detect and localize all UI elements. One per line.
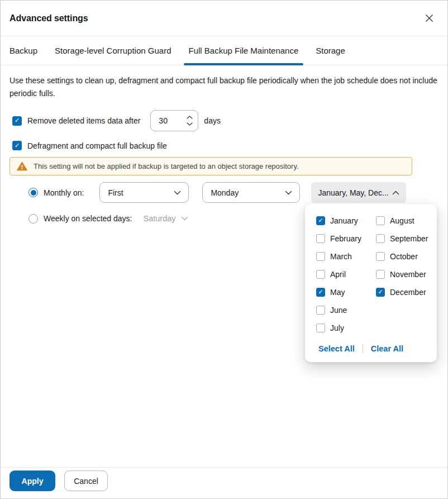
months-grid: January February March April May	[305, 212, 437, 337]
month-checkbox-february[interactable]	[316, 234, 325, 243]
remove-deleted-items-label[interactable]: Remove deleted items data after	[27, 116, 140, 125]
weekly-day-value: Saturday	[144, 214, 176, 223]
month-checkbox-september[interactable]	[376, 234, 385, 243]
days-input[interactable]	[153, 116, 178, 125]
months-summary-value: January, May, Dec...	[318, 188, 388, 197]
cancel-button[interactable]: Cancel	[64, 471, 108, 491]
month-checkbox-march[interactable]	[316, 252, 325, 261]
month-item-april: April	[316, 265, 376, 283]
tab-label: Storage-level Corruption Guard	[55, 46, 171, 55]
tab-label: Full Backup File Maintenance	[189, 46, 299, 55]
stepper-arrows	[187, 116, 193, 126]
weekly-radio[interactable]	[28, 214, 38, 224]
month-checkbox-december[interactable]	[376, 288, 385, 297]
month-item-august: August	[376, 212, 430, 230]
month-label[interactable]: February	[330, 234, 361, 243]
month-label[interactable]: September	[390, 234, 428, 243]
stepper-down-button[interactable]	[187, 122, 193, 126]
month-checkbox-august[interactable]	[376, 216, 385, 225]
remove-deleted-items-checkbox[interactable]	[12, 116, 22, 126]
chevron-down-icon	[181, 216, 188, 221]
month-label[interactable]: January	[330, 216, 358, 225]
dialog-title: Advanced settings	[9, 13, 88, 23]
months-popup: January February March April May	[305, 204, 437, 362]
tab-label: Backup	[9, 46, 37, 55]
month-label[interactable]: July	[330, 324, 344, 332]
chevron-down-icon	[174, 191, 181, 195]
month-label[interactable]: December	[390, 288, 426, 297]
chevron-up-icon	[392, 191, 399, 195]
tab-storage-level-corruption-guard[interactable]: Storage-level Corruption Guard	[55, 36, 171, 65]
monthly-schedule-row: Monthly on: First Monday January, May, D…	[28, 182, 439, 203]
month-label[interactable]: June	[330, 306, 347, 315]
month-label[interactable]: May	[330, 288, 345, 297]
clear-all-link[interactable]: Clear All	[371, 344, 403, 353]
weekly-label[interactable]: Weekly on selected days:	[44, 214, 132, 223]
defragment-checkbox[interactable]	[12, 141, 22, 150]
month-item-december: December	[376, 283, 430, 301]
month-checkbox-january[interactable]	[316, 216, 325, 225]
month-label[interactable]: March	[330, 252, 352, 261]
month-item-october: October	[376, 248, 430, 265]
chevron-down-icon	[187, 122, 193, 126]
month-checkbox-july[interactable]	[316, 324, 325, 332]
close-button[interactable]	[421, 10, 437, 27]
weekday-select[interactable]: Monday	[202, 182, 300, 203]
months-multiselect-button[interactable]: January, May, Dec...	[311, 182, 406, 203]
month-label[interactable]: October	[390, 252, 418, 261]
apply-button[interactable]: Apply	[9, 471, 55, 491]
select-all-link[interactable]: Select All	[318, 344, 355, 353]
month-checkbox-april[interactable]	[316, 270, 325, 279]
month-item-june: June	[316, 301, 376, 319]
advanced-settings-dialog: Advanced settings Backup Storage-level C…	[0, 0, 448, 499]
close-icon	[425, 14, 433, 22]
tab-label: Storage	[316, 46, 345, 55]
warning-icon	[17, 161, 27, 171]
month-item-february: February	[316, 230, 376, 248]
month-checkbox-november[interactable]	[376, 270, 385, 279]
chevron-up-icon	[187, 116, 193, 119]
month-checkbox-may[interactable]	[316, 288, 325, 297]
month-label[interactable]: April	[330, 270, 346, 279]
actions-divider	[363, 344, 363, 353]
days-unit-label: days	[204, 116, 221, 125]
month-item-september: September	[376, 230, 430, 248]
chevron-down-icon	[285, 191, 292, 195]
month-item-march: March	[316, 248, 376, 265]
tab-bar: Backup Storage-level Corruption Guard Fu…	[1, 36, 447, 65]
month-checkbox-june[interactable]	[316, 306, 325, 315]
month-label[interactable]: November	[390, 270, 426, 279]
monthly-radio[interactable]	[28, 188, 38, 197]
month-checkbox-october[interactable]	[376, 252, 385, 261]
intro-text: Use these settings to clean up, defragme…	[9, 74, 439, 100]
warning-text: This setting will not be applied if back…	[34, 162, 299, 170]
dialog-footer: Apply Cancel	[1, 467, 447, 498]
month-item-november: November	[376, 265, 430, 283]
days-stepper	[150, 110, 198, 131]
months-column-right: August September October November Decemb…	[376, 212, 430, 337]
month-item-may: May	[316, 283, 376, 301]
tab-backup[interactable]: Backup	[9, 36, 37, 65]
weekly-day-select-disabled: Saturday	[144, 214, 188, 223]
months-column-left: January February March April May	[316, 212, 376, 337]
dialog-header: Advanced settings	[1, 1, 447, 36]
remove-deleted-items-row: Remove deleted items data after	[12, 110, 439, 131]
warning-banner: This setting will not be applied if back…	[9, 157, 412, 175]
week-number-select[interactable]: First	[99, 182, 189, 203]
month-item-january: January	[316, 212, 376, 230]
defragment-row: Defragment and compact full backup file	[12, 141, 439, 150]
week-number-value: First	[108, 188, 123, 197]
month-item-july: July	[316, 319, 376, 337]
tab-full-backup-file-maintenance[interactable]: Full Backup File Maintenance	[189, 36, 299, 65]
monthly-label[interactable]: Monthly on:	[44, 188, 84, 197]
tab-storage[interactable]: Storage	[316, 36, 345, 65]
months-popup-actions: Select All Clear All	[318, 344, 437, 353]
month-label[interactable]: August	[390, 216, 414, 225]
stepper-up-button[interactable]	[187, 116, 193, 120]
defragment-label[interactable]: Defragment and compact full backup file	[27, 141, 167, 150]
weekday-value: Monday	[211, 188, 239, 197]
